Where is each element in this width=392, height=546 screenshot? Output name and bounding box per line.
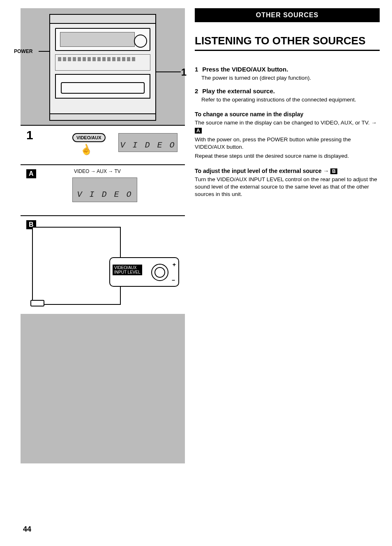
step-heading: Press the VIDEO/AUX button. [202,66,288,73]
section-header: OTHER SOURCES [195,8,380,22]
stereo-unit-diagram [49,14,156,121]
step-body: Refer to the operating instructions of t… [195,96,380,104]
paragraph: With the power on, press the POWER butto… [195,136,380,151]
panel-step-number: 1 [26,128,33,142]
input-level-knob-icon [151,264,168,281]
reference-a-inline: A [195,128,202,134]
lcd-text-1: V I D E O [120,141,175,150]
step-body: The power is turned on (direct play func… [195,74,380,82]
callout-1: 1 [181,67,187,78]
hand-pointer-icon: ☝ [78,142,94,157]
step-number: 2 [195,88,201,94]
lcd-display-1: V I D E O [118,133,178,152]
input-level-knob-panel: VIDEO/AUXINPUT LEVEL + − [109,257,179,287]
text-column: OTHER SOURCES LISTENING TO OTHER SOURCES… [195,8,380,463]
video-aux-button-label: VIDEO/AUX [72,133,106,142]
plus-icon: + [173,261,176,268]
subsection-heading: To change a source name in the display [195,111,380,117]
lcd-display-2: V I D E O [72,177,137,202]
step-heading: Play the external source. [202,88,275,94]
illustration-area: POWER 1 1 VIDEO/AUX ☝ V I D E O [21,8,185,463]
illustration-column: POWER 1 1 VIDEO/AUX ☝ V I D E O [21,8,185,463]
step-panel-1: 1 VIDEO/AUX ☝ V I D E O [21,125,185,164]
paragraph: Repeat these steps until the desired sou… [195,152,380,160]
minus-icon: − [172,277,175,283]
rear-panel-diagram [32,227,121,305]
reference-a-badge: A [26,169,36,178]
paragraph: The source name in the display can be ch… [195,119,380,134]
step-2: 2 Play the external source. Refer to the… [195,88,380,104]
knob-label: VIDEO/AUXINPUT LEVEL [113,265,142,275]
grey-fill-area [21,314,185,463]
paragraph: Turn the VIDEO/AUX INPUT LEVEL control o… [195,176,380,198]
power-label: POWER [14,48,32,54]
source-cycle-text: VIDEO → AUX → TV [74,168,121,174]
page-number: 44 [23,525,31,534]
step-number: 1 [195,66,201,73]
reference-b-inline: B [330,168,337,174]
reference-panel-b: B VIDEO/AUXINPUT LEVEL + − [21,215,185,314]
step-1: 1 Press the VIDEO/AUX button. The power … [195,66,380,82]
subsection-heading: To adjust the input level of the externa… [195,168,380,174]
lcd-text-2: V I D E O [77,190,132,199]
page-title: LISTENING TO OTHER SOURCES [195,35,380,51]
reference-panel-a: A VIDEO → AUX → TV V I D E O [21,164,185,215]
